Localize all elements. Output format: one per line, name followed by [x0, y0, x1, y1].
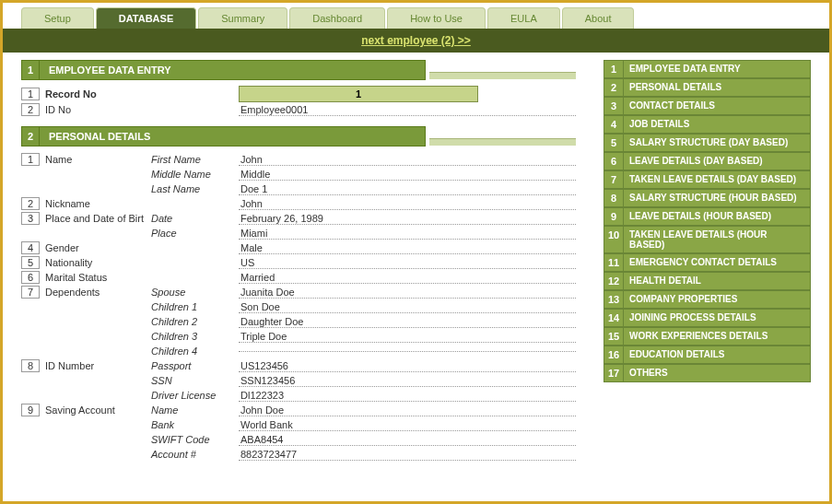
toc-title: OTHERS	[624, 364, 811, 382]
toc-item[interactable]: 8SALARY STRUCTURE (HOUR BASED)	[603, 189, 811, 207]
toc-num: 1	[603, 60, 624, 78]
toc-item[interactable]: 10TAKEN LEAVE DETAILS (HOUR BASED)	[603, 226, 811, 253]
field-sublabel: Name	[151, 404, 239, 416]
field-sublabel: Spouse	[151, 287, 239, 298]
field-value[interactable]: 8823723477	[239, 449, 576, 461]
tab-how-to-use[interactable]: How to Use	[387, 7, 486, 29]
toc-item[interactable]: 13COMPANY PROPERTIES	[603, 290, 811, 309]
section-num: 2	[21, 126, 40, 147]
field-value[interactable]: Married	[239, 272, 576, 284]
field-value[interactable]: John Doe	[239, 404, 576, 416]
toc-title: CONTACT DETAILS	[624, 97, 811, 115]
field-value[interactable]: SSN123456	[239, 375, 576, 387]
field-value[interactable]: Triple Doe	[239, 331, 576, 343]
field-value[interactable]	[239, 351, 576, 352]
toc-item[interactable]: 15WORK EXPERIENCES DETAILS	[603, 327, 811, 346]
row-num: 1	[21, 88, 40, 100]
toc-title: JOINING PROCESS DETAILS	[624, 309, 811, 327]
field-label: ID Number	[45, 360, 151, 371]
field-value[interactable]: Male	[239, 242, 576, 254]
toc-title: LEAVE DETAILS (HOUR BASED)	[624, 207, 811, 226]
field-value[interactable]: Son Doe	[239, 301, 576, 313]
field-value[interactable]: Dl122323	[239, 390, 576, 402]
tab-setup[interactable]: Setup	[21, 7, 94, 29]
toc-item[interactable]: 6LEAVE DETAILS (DAY BASED)	[603, 152, 811, 170]
tab-dashboard[interactable]: Dashboard	[289, 7, 385, 29]
toc-item[interactable]: 11EMERGENCY CONTACT DETAILS	[603, 253, 811, 272]
field-value[interactable]: ABA8454	[239, 434, 576, 446]
data-row: 3Place and Date of BirtDateFebruary 26, …	[21, 211, 576, 226]
toc-title: SALARY STRUCTURE (HOUR BASED)	[624, 189, 811, 207]
data-row: Last NameDoe 1	[21, 182, 576, 196]
tab-summary[interactable]: Summary	[198, 7, 287, 29]
toc-title: EDUCATION DETAILS	[624, 346, 811, 364]
toc-item[interactable]: 3CONTACT DETAILS	[603, 97, 811, 115]
field-value[interactable]: US	[239, 257, 576, 269]
toc-item[interactable]: 16EDUCATION DETAILS	[603, 346, 811, 364]
next-employee-link[interactable]: next employee (2) >>	[361, 34, 471, 47]
row-num: 1	[21, 153, 40, 166]
field-value[interactable]: US123456	[239, 360, 576, 372]
field-value[interactable]: February 26, 1989	[239, 213, 576, 225]
field-value[interactable]: Juanita Doe	[239, 287, 576, 299]
row-num: 9	[21, 404, 40, 416]
field-label: Marital Status	[45, 272, 151, 283]
toc-item[interactable]: 5SALARY STRUCTURE (DAY BASED)	[603, 134, 811, 152]
field-value[interactable]: Daughter Doe	[239, 316, 576, 328]
toc-num: 12	[603, 272, 624, 290]
toc-num: 16	[603, 346, 624, 364]
toc-sidebar: 1EMPLOYEE DATA ENTRY2PERSONAL DETAILS3CO…	[603, 60, 811, 462]
section-header-1: 1 EMPLOYEE DATA ENTRY	[21, 60, 576, 80]
toc-title: PERSONAL DETAILS	[624, 78, 811, 97]
field-value[interactable]: Middle	[239, 169, 576, 181]
tab-bar: SetupDATABASESummaryDashboardHow to UseE…	[3, 3, 829, 29]
id-no-label: ID No	[45, 104, 151, 115]
toc-title: EMPLOYEE DATA ENTRY	[624, 60, 811, 78]
toc-num: 3	[603, 97, 624, 115]
row-num: 7	[21, 286, 40, 299]
main-panel: 1 EMPLOYEE DATA ENTRY 1 Record No 1 2 ID…	[21, 60, 576, 462]
data-row: Middle NameMiddle	[21, 167, 576, 182]
toc-item[interactable]: 4JOB DETAILS	[603, 115, 811, 134]
toc-item[interactable]: 17OTHERS	[603, 364, 811, 382]
data-row: Account #8823723477	[21, 447, 576, 462]
field-label: Nickname	[45, 198, 151, 209]
field-value[interactable]: Miami	[239, 228, 576, 240]
tab-database[interactable]: DATABASE	[96, 7, 196, 29]
toc-num: 8	[603, 189, 624, 207]
field-label: Place and Date of Birt	[45, 213, 151, 224]
toc-item[interactable]: 12HEALTH DETAIL	[603, 272, 811, 290]
field-value[interactable]: John	[239, 198, 576, 210]
toc-num: 11	[603, 253, 624, 272]
data-row: BankWorld Bank	[21, 417, 576, 432]
toc-num: 4	[603, 115, 624, 134]
toc-item[interactable]: 1EMPLOYEE DATA ENTRY	[603, 60, 811, 78]
tab-about[interactable]: About	[562, 7, 635, 29]
record-no-value[interactable]: 1	[239, 86, 478, 102]
tab-eula[interactable]: EULA	[487, 7, 560, 29]
toc-title: EMERGENCY CONTACT DETAILS	[624, 253, 811, 272]
field-label: Gender	[45, 242, 151, 253]
data-row: 2NicknameJohn	[21, 196, 576, 211]
toc-item[interactable]: 14JOINING PROCESS DETAILS	[603, 309, 811, 327]
toc-item[interactable]: 7TAKEN LEAVE DETAILS (DAY BASED)	[603, 170, 811, 189]
row-num: 2	[21, 103, 40, 116]
field-value[interactable]: John	[239, 154, 576, 166]
field-sublabel: Passport	[151, 360, 239, 371]
field-sublabel: Account #	[151, 449, 239, 460]
id-no-value[interactable]: Employee0001	[239, 104, 576, 116]
data-row: 8ID NumberPassportUS123456	[21, 358, 576, 373]
toc-num: 5	[603, 134, 624, 152]
data-row: 9Saving AccountNameJohn Doe	[21, 403, 576, 417]
field-sublabel: Bank	[151, 419, 239, 430]
section-tail	[429, 138, 576, 146]
field-sublabel: Driver License	[151, 390, 239, 401]
row-num: 3	[21, 212, 40, 225]
toc-item[interactable]: 2PERSONAL DETAILS	[603, 78, 811, 97]
toc-num: 15	[603, 327, 624, 346]
data-row: Children 1Son Doe	[21, 299, 576, 314]
field-value[interactable]: World Bank	[239, 419, 576, 431]
data-row: 5NationalityUS	[21, 255, 576, 270]
toc-item[interactable]: 9LEAVE DETAILS (HOUR BASED)	[603, 207, 811, 226]
field-value[interactable]: Doe 1	[239, 183, 576, 195]
